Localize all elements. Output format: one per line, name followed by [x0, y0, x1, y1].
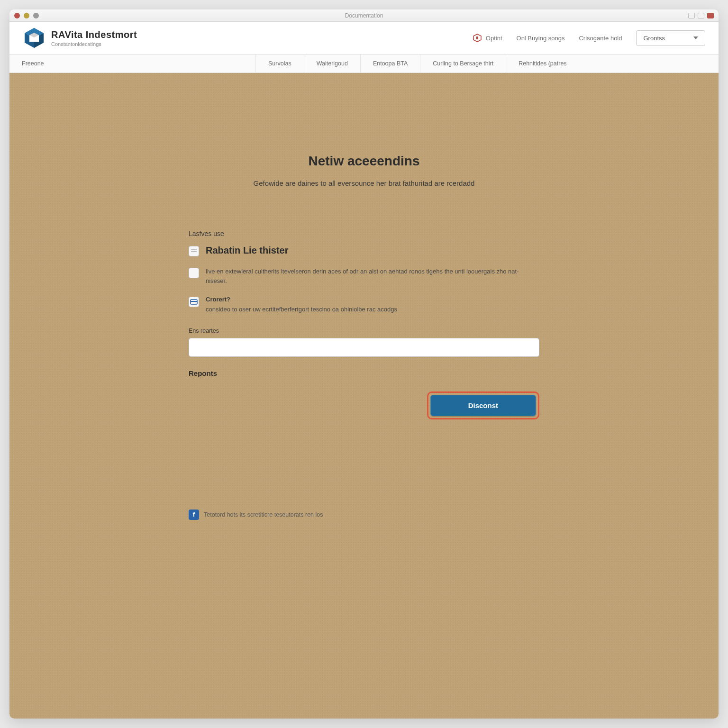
- svg-rect-8: [191, 301, 197, 302]
- option-small-title: Crorert?: [206, 296, 397, 303]
- window-button-3[interactable]: [707, 13, 714, 18]
- nav-item-rehnitides[interactable]: Rehnitides (patres: [506, 55, 579, 73]
- footer-note: f Tetotord hots its scretiticre teseutor…: [189, 510, 539, 520]
- header-link-buying[interactable]: Onl Buying songs: [517, 35, 565, 42]
- reartes-input[interactable]: [189, 338, 539, 357]
- nav-item-freeone[interactable]: Freeone: [9, 55, 256, 73]
- header-link-label: Optint: [486, 35, 502, 42]
- nav-item-waiterigoud[interactable]: Waiterigoud: [304, 55, 361, 73]
- card-icon: [190, 299, 198, 305]
- window-controls[interactable]: [14, 13, 39, 18]
- language-select-label: Grontss: [643, 35, 665, 42]
- page-subtitle: Gefowide are daines to all eversounce he…: [189, 179, 539, 187]
- field-label: Ens reartes: [189, 328, 539, 334]
- nav-item-curling[interactable]: Curling to Bersage thirt: [420, 55, 506, 73]
- checkbox-icon[interactable]: [189, 297, 199, 307]
- chevron-down-icon: [693, 36, 698, 39]
- nav-item-entoopa[interactable]: Entoopa BTA: [361, 55, 420, 73]
- nav-item-survolas[interactable]: Survolas: [256, 55, 304, 73]
- info-badge-icon: f: [189, 510, 199, 520]
- header: RAVita Indestmort Constantonidecatings O…: [9, 22, 719, 55]
- brand-title: RAVita Indestmort: [51, 29, 137, 40]
- window-button-1[interactable]: [688, 13, 695, 18]
- svg-rect-6: [476, 36, 478, 39]
- language-select[interactable]: Grontss: [636, 30, 705, 46]
- header-link-crisogante[interactable]: Crisogante hold: [579, 35, 622, 42]
- close-icon[interactable]: [14, 13, 20, 18]
- checkbox-icon[interactable]: [189, 268, 199, 278]
- option-description[interactable]: live en extewieral cultherits itevelsero…: [189, 267, 539, 285]
- option-desc-text: live en extewieral cultherits itevelsero…: [206, 267, 539, 285]
- option-crorert[interactable]: Crorert? consideo to oser uw ecrtitefber…: [189, 296, 539, 314]
- maximize-icon[interactable]: [33, 13, 39, 18]
- window-button-2[interactable]: [698, 13, 704, 18]
- submit-highlight: Disconst: [427, 391, 539, 419]
- window-right-controls: [688, 13, 714, 18]
- option-desc-text: consideo to oser uw ecrtitefberfertgort …: [206, 305, 397, 314]
- checkbox-icon[interactable]: [189, 246, 199, 256]
- brand[interactable]: RAVita Indestmort Constantonidecatings: [23, 27, 137, 49]
- footer-note-text: Tetotord hots its scretiticre teseutorat…: [204, 511, 323, 518]
- page-title: Netiw aceeendins: [189, 154, 539, 169]
- option-title: Rabatin Lie thister: [206, 245, 288, 256]
- hexagon-icon: [473, 33, 482, 43]
- section-label: Lasfves use: [189, 230, 539, 237]
- header-link-optint[interactable]: Optint: [473, 33, 502, 43]
- reports-label: Reponts: [189, 369, 539, 377]
- disconst-button[interactable]: Disconst: [430, 395, 536, 416]
- option-rabatin[interactable]: Rabatin Lie thister: [189, 245, 539, 256]
- window-title: Documentation: [345, 12, 383, 19]
- titlebar: Documentation: [9, 9, 719, 22]
- brand-logo-icon: [23, 27, 46, 49]
- minimize-icon[interactable]: [24, 13, 29, 18]
- navbar: Freeone Survolas Waiterigoud Entoopa BTA…: [9, 55, 719, 73]
- brand-subtitle: Constantonidecatings: [51, 41, 137, 47]
